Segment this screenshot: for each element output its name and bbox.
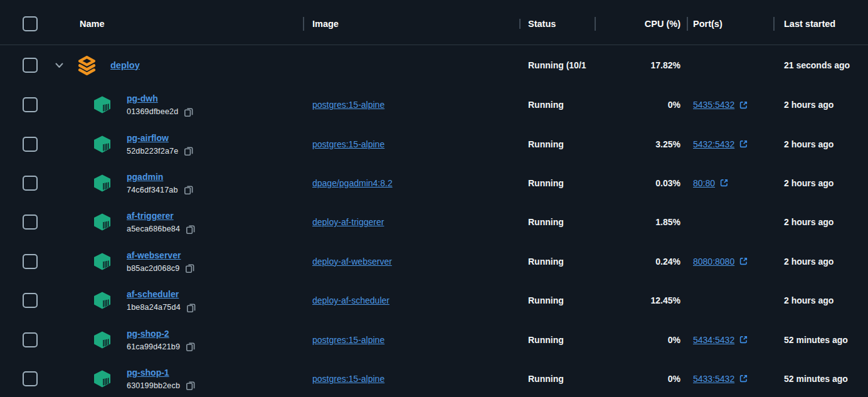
port-link[interactable]: 80:80 [693, 178, 715, 188]
image-link[interactable]: deploy-af-scheduler [312, 295, 389, 305]
header-last-started[interactable]: Last started [773, 19, 868, 29]
image-link[interactable]: postgres:15-alpine [312, 100, 384, 110]
name-block: af-webserver b85ac2d068c9 [127, 249, 195, 274]
container-name-link[interactable]: pg-dwh [127, 92, 194, 105]
row-checkbox[interactable] [23, 97, 38, 112]
cpu-text: 0.24% [655, 257, 680, 267]
collapse-toggle[interactable] [55, 63, 63, 68]
column-resize-handle[interactable] [687, 17, 688, 31]
name-cell: pg-airflow 52db223f2a7e [48, 132, 303, 157]
header-name[interactable]: Name [48, 19, 303, 29]
port-link[interactable]: 5432:5432 [693, 139, 734, 149]
group-select-cell [0, 58, 48, 73]
header-status[interactable]: Status [519, 19, 595, 29]
copy-icon [184, 146, 194, 156]
image-link[interactable]: postgres:15-alpine [312, 335, 384, 345]
cpu-cell: 3.25% [595, 139, 687, 149]
row-checkbox[interactable] [23, 214, 38, 230]
select-all-checkbox[interactable] [23, 16, 38, 31]
image-cell: postgres:15-alpine [303, 139, 519, 149]
container-cube-icon [93, 253, 112, 270]
open-port-button[interactable] [719, 178, 729, 188]
open-port-button[interactable] [739, 139, 748, 149]
row-checkbox[interactable] [23, 293, 38, 308]
header-last-started-label: Last started [784, 19, 835, 29]
last-started-text: 21 seconds ago [784, 60, 850, 70]
header-ports[interactable]: Port(s) [687, 19, 773, 29]
cpu-cell: 0% [595, 100, 687, 110]
container-name-link[interactable]: pg-airflow [127, 132, 194, 145]
name-cell: af-webserver b85ac2d068c9 [48, 249, 303, 274]
last-started-text: 2 hours ago [784, 178, 834, 188]
image-cell: postgres:15-alpine [303, 335, 519, 345]
container-name-link[interactable]: pg-shop-2 [127, 327, 196, 341]
container-name-link[interactable]: af-scheduler [127, 288, 196, 301]
copy-id-button[interactable] [184, 107, 194, 117]
port-link[interactable]: 8080:8080 [693, 257, 734, 267]
status-text: Running [528, 100, 564, 110]
column-resize-handle[interactable] [303, 17, 304, 31]
container-name-link[interactable]: pg-shop-1 [127, 366, 196, 379]
open-port-button[interactable] [739, 335, 748, 344]
copy-id-button[interactable] [186, 302, 196, 313]
header-image[interactable]: Image [303, 19, 519, 29]
last-started-text: 2 hours ago [784, 295, 834, 305]
row-checkbox[interactable] [23, 371, 38, 386]
open-port-button[interactable] [739, 374, 748, 383]
ports-cell: 5434:5432 [687, 335, 773, 345]
row-select-cell [0, 293, 48, 308]
copy-id-button[interactable] [184, 184, 194, 195]
copy-id-button[interactable] [186, 341, 196, 352]
column-resize-handle[interactable] [519, 19, 521, 29]
column-resize-handle[interactable] [773, 17, 775, 31]
copy-icon [186, 380, 196, 391]
row-checkbox[interactable] [23, 58, 38, 73]
image-link[interactable]: postgres:15-alpine [312, 139, 384, 149]
status-cell: Running [519, 217, 595, 227]
row-checkbox[interactable] [23, 254, 38, 269]
copy-id-button[interactable] [186, 380, 196, 391]
image-cell: postgres:15-alpine [303, 100, 519, 110]
last-started-text: 2 hours ago [784, 257, 834, 267]
status-text: Running [528, 374, 564, 384]
row-select-cell [0, 254, 48, 269]
name-cell: pg-shop-2 61ca99d421b9 [48, 327, 303, 352]
group-name: deploy [110, 59, 140, 72]
open-port-button[interactable] [739, 257, 748, 266]
cpu-cell: 0.24% [595, 257, 687, 267]
port-link[interactable]: 5435:5432 [693, 100, 734, 110]
container-name-link[interactable]: pgadmin [127, 171, 194, 184]
container-name-link[interactable]: af-triggerer [127, 209, 196, 223]
open-port-button[interactable] [739, 100, 748, 110]
header-image-label: Image [312, 19, 339, 29]
status-cell: Running [519, 295, 595, 305]
copy-id-button[interactable] [186, 224, 196, 235]
port-link[interactable]: 5434:5432 [693, 335, 734, 345]
container-id-line: a5eca686be84 [127, 223, 196, 235]
header-select-cell [0, 16, 48, 31]
port-link[interactable]: 5433:5432 [693, 374, 734, 384]
header-cpu[interactable]: CPU (%) [595, 19, 687, 29]
image-link[interactable]: postgres:15-alpine [312, 374, 384, 384]
image-link[interactable]: dpage/pgadmin4:8.2 [312, 178, 393, 188]
header-ports-label: Port(s) [693, 19, 722, 29]
row-select-cell [0, 97, 48, 112]
container-row: pg-dwh 01369dfbee2d postgres:15-alpine R… [0, 85, 868, 124]
copy-id-button[interactable] [184, 146, 194, 156]
column-resize-handle[interactable] [595, 17, 596, 31]
cpu-text: 17.82% [651, 60, 680, 70]
header-cpu-label: CPU (%) [645, 19, 680, 29]
status-text: Running [528, 295, 564, 305]
last-started-text: 2 hours ago [784, 139, 834, 149]
image-link[interactable]: deploy-af-webserver [312, 257, 392, 267]
name-block: pgadmin 74c6df3417ab [127, 171, 194, 196]
container-id: 61ca99d421b9 [127, 341, 180, 352]
row-checkbox[interactable] [23, 137, 38, 152]
row-checkbox[interactable] [23, 332, 38, 347]
row-checkbox[interactable] [23, 176, 38, 191]
group-name-link[interactable]: deploy [110, 60, 140, 70]
image-link[interactable]: deploy-af-triggerer [312, 217, 384, 227]
copy-id-button[interactable] [185, 263, 195, 273]
last-started-cell: 2 hours ago [773, 139, 868, 149]
container-name-link[interactable]: af-webserver [127, 249, 195, 262]
